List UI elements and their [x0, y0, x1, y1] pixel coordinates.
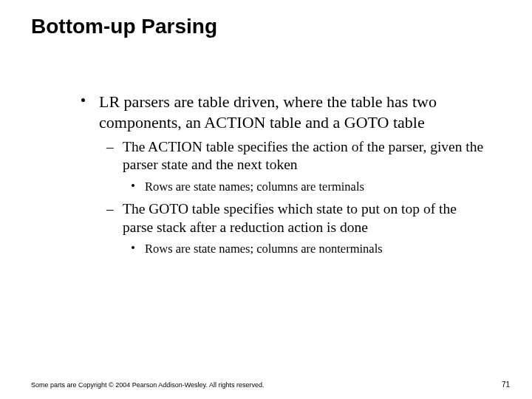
- bullet-level-2: – The GOTO table specifies which state t…: [77, 200, 488, 236]
- bullet-l2b-text: The GOTO table specifies which state to …: [123, 201, 457, 234]
- bullet-dot-small-icon: [132, 246, 134, 249]
- slide: Bottom-up Parsing LR parsers are table d…: [0, 0, 532, 399]
- bullet-l1-text: LR parsers are table driven, where the t…: [99, 92, 437, 132]
- bullet-level-3: Rows are state names; columns are termin…: [77, 179, 488, 194]
- footer-copyright: Some parts are Copyright © 2004 Pearson …: [31, 381, 264, 389]
- bullet-dash-icon: –: [106, 138, 114, 156]
- bullet-level-2: – The ACTION table specifies the action …: [77, 138, 488, 174]
- bullet-dash-icon: –: [106, 200, 114, 218]
- bullet-l3b-text: Rows are state names; columns are nonter…: [145, 242, 383, 256]
- bullet-l3a-text: Rows are state names; columns are termin…: [145, 180, 364, 194]
- page-number: 71: [502, 381, 510, 389]
- bullet-dot-icon: [81, 98, 85, 102]
- slide-content: LR parsers are table driven, where the t…: [77, 92, 488, 262]
- bullet-level-3: Rows are state names; columns are nonter…: [77, 241, 488, 256]
- bullet-level-1: LR parsers are table driven, where the t…: [77, 92, 488, 132]
- bullet-l2a-text: The ACTION table specifies the action of…: [123, 139, 483, 172]
- slide-title: Bottom-up Parsing: [31, 15, 217, 38]
- bullet-dot-small-icon: [132, 184, 134, 187]
